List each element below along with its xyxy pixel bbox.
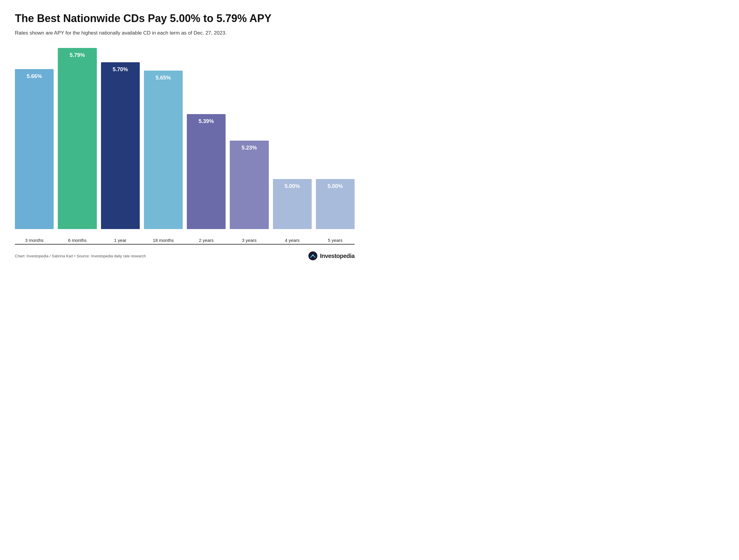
x-axis-label: 1 year bbox=[114, 238, 127, 243]
bar-value-label: 5.00% bbox=[285, 183, 300, 189]
bar-3-months: 5.66% bbox=[15, 69, 54, 229]
logo-area: Investopedia bbox=[308, 251, 354, 261]
x-axis-label: 6 months bbox=[68, 238, 87, 243]
x-axis-label: 18 months bbox=[153, 238, 174, 243]
bar-value-label: 5.65% bbox=[156, 75, 171, 81]
bar-group-3-years: 5.23%3 years bbox=[230, 48, 269, 229]
logo-text: Investopedia bbox=[320, 252, 354, 259]
bar-5-years: 5.00% bbox=[316, 179, 354, 229]
subtitle: Rates shown are APY for the highest nati… bbox=[15, 30, 354, 36]
bar-18-months: 5.65% bbox=[144, 70, 183, 229]
x-axis-label: 2 years bbox=[199, 238, 214, 243]
chart-area: 5.66%3 months5.79%6 months5.70%1 year5.6… bbox=[15, 48, 354, 244]
bars-container: 5.66%3 months5.79%6 months5.70%1 year5.6… bbox=[15, 48, 354, 229]
svg-point-1 bbox=[312, 254, 314, 256]
bar-group-2-years: 5.39%2 years bbox=[187, 48, 226, 229]
bar-group-18-months: 5.65%18 months bbox=[144, 48, 183, 229]
bar-1-year: 5.70% bbox=[101, 62, 140, 229]
bar-4-years: 5.00% bbox=[273, 179, 312, 229]
bar-3-years: 5.23% bbox=[230, 141, 269, 229]
bar-value-label: 5.23% bbox=[242, 145, 257, 151]
bar-group-6-months: 5.79%6 months bbox=[58, 48, 97, 229]
bar-2-years: 5.39% bbox=[187, 114, 226, 229]
bar-group-3-months: 5.66%3 months bbox=[15, 48, 54, 229]
footer-credit: Chart: Investopedia / Sabrina Karl • Sou… bbox=[15, 254, 146, 258]
x-axis-label: 3 years bbox=[242, 238, 257, 243]
x-axis-label: 3 months bbox=[25, 238, 43, 243]
x-axis-label: 5 years bbox=[328, 238, 342, 243]
bar-value-label: 5.00% bbox=[327, 183, 343, 189]
bar-group-5-years: 5.00%5 years bbox=[316, 48, 354, 229]
bar-group-1-year: 5.70%1 year bbox=[101, 48, 140, 229]
bar-value-label: 5.66% bbox=[27, 73, 42, 79]
page-title: The Best Nationwide CDs Pay 5.00% to 5.7… bbox=[15, 12, 354, 25]
bar-value-label: 5.70% bbox=[113, 66, 128, 73]
footer: Chart: Investopedia / Sabrina Karl • Sou… bbox=[15, 251, 354, 261]
bar-value-label: 5.39% bbox=[199, 118, 214, 125]
bar-value-label: 5.79% bbox=[70, 52, 85, 58]
investopedia-logo-icon bbox=[308, 251, 318, 261]
bar-group-4-years: 5.00%4 years bbox=[273, 48, 312, 229]
x-axis-label: 4 years bbox=[285, 238, 299, 243]
bar-6-months: 5.79% bbox=[58, 48, 97, 229]
